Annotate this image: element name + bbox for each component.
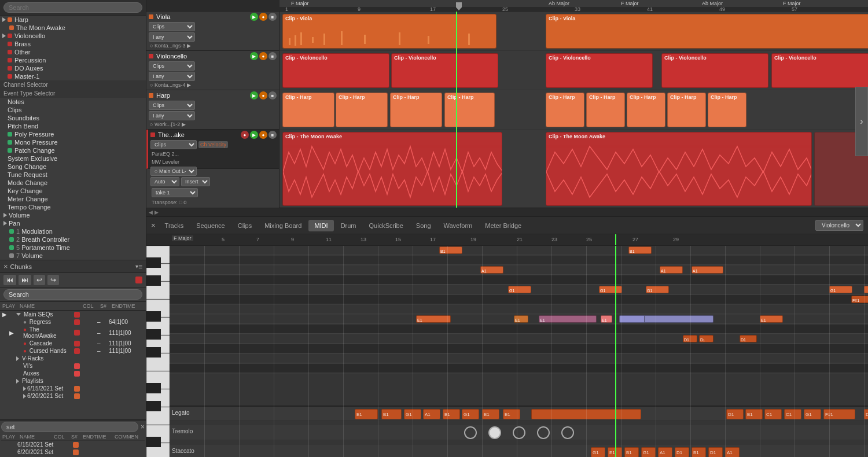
tree-item-violoncello[interactable]: Violoncello <box>0 32 146 40</box>
moon-take-select[interactable]: take 1 <box>152 188 198 197</box>
stacc-b1b[interactable]: B1 <box>692 447 706 457</box>
moon-rec-btn2[interactable]: ● <box>241 131 249 139</box>
leg-e1c[interactable]: E1 <box>503 409 520 419</box>
tremolo-dot-5[interactable] <box>561 426 574 439</box>
viola-mode-select[interactable]: Clips <box>149 22 195 31</box>
harp-clip-7[interactable]: Clip - Harp <box>627 93 665 127</box>
tree-item-other[interactable]: Other <box>0 48 146 56</box>
vc-clip-1[interactable]: Clip - Violoncello <box>282 53 389 88</box>
moon-clip-1[interactable]: Clip - The Moon Awake <box>282 132 502 206</box>
harp-clip-5[interactable]: Clip - Harp <box>546 93 584 127</box>
harp-clip-8[interactable]: Clip - Harp <box>667 93 706 127</box>
d1-note-3[interactable]: D1 <box>740 335 757 342</box>
moon-mode-select[interactable]: Clips <box>150 140 197 149</box>
harp-clip-6[interactable]: Clip - Harp <box>586 93 625 127</box>
harp-clip-1[interactable]: Clip - Harp <box>282 93 334 127</box>
stacc-a1b[interactable]: A1 <box>725 447 740 457</box>
fs1-note-1[interactable]: F#1 <box>851 296 868 303</box>
vc-any-select[interactable]: I any <box>149 72 195 81</box>
tab-clips[interactable]: Clips <box>232 220 258 231</box>
e1-note-5[interactable] <box>619 315 645 323</box>
tab-mixing-board[interactable]: Mixing Board <box>259 220 307 231</box>
event-tempo-change[interactable]: Tempo Change <box>0 203 146 211</box>
vc-clip-4[interactable]: Clip - Violoncello <box>661 53 768 88</box>
chunks-close[interactable]: × <box>3 262 8 271</box>
tree-item-brass[interactable]: Brass <box>0 40 146 48</box>
stacc-a1[interactable]: A1 <box>658 447 672 457</box>
tab-song[interactable]: Song <box>410 220 437 231</box>
chunk-auxes[interactable]: Auxes <box>0 370 146 377</box>
e1-note-3[interactable]: E1 <box>539 315 597 323</box>
g1-note-3[interactable]: G1 <box>646 286 669 293</box>
harp-rec-btn[interactable]: ● <box>259 91 267 99</box>
loop-back-btn[interactable]: ↩ <box>34 275 45 285</box>
midi-close-btn[interactable]: × <box>151 221 156 230</box>
chunks-search-input[interactable] <box>3 289 142 300</box>
vc-mute-btn[interactable]: ■ <box>269 52 277 60</box>
harp-clip-9[interactable]: Clip - Harp <box>708 93 746 127</box>
leg-b1b[interactable]: B1 <box>443 409 460 419</box>
leg-e1b[interactable]: E1 <box>482 409 499 419</box>
bottom-search-clear[interactable]: × <box>141 423 145 431</box>
tree-item-harp[interactable]: Harp <box>0 16 146 24</box>
chunk-set-615[interactable]: 6/15/2021 Set <box>0 385 146 392</box>
b1-note-1[interactable]: B1 <box>439 246 462 254</box>
leg-fs1[interactable]: F#1 <box>823 409 855 419</box>
viola-any-select[interactable]: I any <box>149 32 195 42</box>
viola-clip-1[interactable]: Clip - Viola <box>282 14 496 49</box>
chunk-cascade[interactable]: ● Cascade – 111|1|00 <box>0 340 146 347</box>
tab-quickscribe[interactable]: QuickScribe <box>363 220 409 231</box>
tree-item-percussion[interactable]: Percussion <box>0 56 146 64</box>
d1-note-2[interactable]: D₁ <box>699 335 713 342</box>
event-sysex[interactable]: System Exclusive <box>0 154 146 163</box>
viola-play-btn[interactable]: ▶ <box>250 13 258 21</box>
event-pan[interactable]: Pan <box>0 219 146 227</box>
chunk-moon-awake[interactable]: ▶ ● The Moon/Awake – 111|1|00 <box>0 326 146 340</box>
stacc-d1[interactable]: D1 <box>675 447 689 457</box>
e1-note-2[interactable]: E1 <box>514 315 528 323</box>
leg-g1c[interactable]: G1 <box>804 409 821 419</box>
chunk-v-racks[interactable]: V-Racks <box>0 355 146 362</box>
bottom-row-620[interactable]: 6/20/2021 Set <box>1 448 145 456</box>
tremolo-dot-4[interactable] <box>537 426 550 439</box>
viola-clip-2[interactable]: Clip - Viola <box>546 14 868 49</box>
harp-any-select[interactable]: I any <box>149 111 195 120</box>
event-notes[interactable]: Notes <box>0 98 146 106</box>
next-chunk-btn[interactable]: ⏭ <box>19 275 31 285</box>
sidebar-search-input[interactable] <box>3 2 142 13</box>
a1-note-3[interactable]: A1 <box>692 266 723 274</box>
viola-mute-btn[interactable]: ■ <box>269 13 277 21</box>
moon-out-select[interactable]: ○ Main Out L-R <box>150 167 197 176</box>
e1-note-4[interactable]: E1 <box>601 315 612 323</box>
tab-tracks[interactable]: Tracks <box>159 220 190 231</box>
event-song-change[interactable]: Song Change <box>0 163 146 171</box>
event-volume[interactable]: Volume <box>0 211 146 219</box>
vc-clip-2[interactable]: Clip - Violoncello <box>391 53 498 88</box>
moon-insert-select[interactable]: Insert <box>181 177 210 186</box>
chunk-main-seqs[interactable]: ▶ Main SEQs <box>0 311 146 318</box>
ctrl-portamento[interactable]: 5Portamento Time <box>0 244 146 252</box>
vc-play-btn[interactable]: ▶ <box>250 52 258 60</box>
chunk-regress[interactable]: ● Regress – 64|1|00 <box>0 318 146 326</box>
moon-play-btn[interactable]: ▶ <box>250 131 258 139</box>
vc-mode-select[interactable]: Clips <box>149 61 195 71</box>
stacc-d1b[interactable]: D1 <box>708 447 723 457</box>
stacc-g1b[interactable]: G1 <box>641 447 656 457</box>
prev-chunk-btn[interactable]: ⏮ <box>3 275 16 285</box>
harp-clip-4[interactable]: Clip - Harp <box>444 93 495 127</box>
event-key-change[interactable]: Key Change <box>0 187 146 195</box>
vc-clip-5[interactable]: Clip - Violoncello <box>771 53 868 88</box>
event-patch-change[interactable]: Patch Change <box>0 146 146 154</box>
ctrl-volume-ctrl[interactable]: 7Volume <box>0 252 146 260</box>
event-soundbites[interactable]: Soundbites <box>0 114 146 122</box>
g1-note-2[interactable]: G1 <box>599 286 622 293</box>
chunk-vis[interactable]: VI's <box>0 362 146 370</box>
tab-meter-bridge[interactable]: Meter Bridge <box>479 220 527 231</box>
leg-e1[interactable]: E1 <box>355 409 378 419</box>
tremolo-dot-3[interactable] <box>513 426 525 439</box>
moon-clip-2[interactable]: Clip - The Moon Awake <box>546 132 812 206</box>
tremolo-dot-1[interactable] <box>464 426 477 439</box>
vc-rec-btn[interactable]: ● <box>259 52 267 60</box>
g1-note-1[interactable]: G1 <box>508 286 531 293</box>
event-mono-pressure[interactable]: Mono Pressure <box>0 138 146 146</box>
